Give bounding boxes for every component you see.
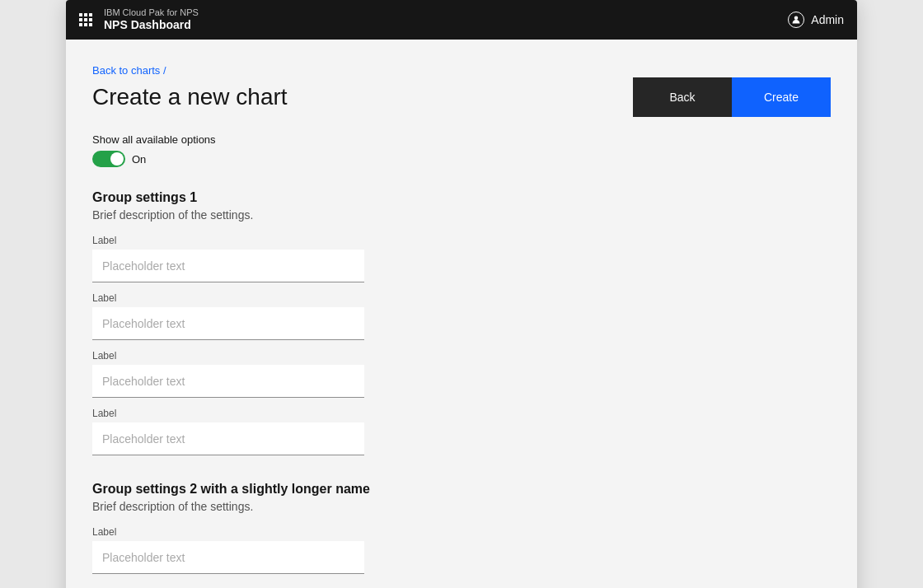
section-title-group1: Group settings 1 [92, 190, 831, 205]
section-description-group1: Brief description of the settings. [92, 208, 831, 222]
toggle-container: On [92, 151, 831, 167]
field-label-1: Label [92, 235, 831, 246]
field-label-4: Label [92, 408, 831, 419]
form-section-group1: Group settings 1 Brief description of th… [92, 190, 831, 455]
header-buttons: Back Create [633, 77, 831, 117]
main-content: Back to charts / Create a new chart Back… [66, 40, 857, 588]
user-label: Admin [811, 13, 844, 26]
app-subtitle: IBM Cloud Pak for NPS [104, 7, 199, 18]
grid-icon [79, 13, 92, 26]
svg-point-0 [794, 16, 799, 21]
app-title: NPS Dashboard [104, 18, 199, 32]
section-description-group2: Brief description of the settings. [92, 500, 831, 513]
breadcrumb[interactable]: Back to charts / [92, 64, 166, 77]
toggle-switch[interactable] [92, 151, 125, 167]
app-brand: IBM Cloud Pak for NPS NPS Dashboard [104, 7, 199, 32]
page-title: Create a new chart [92, 84, 288, 110]
toggle-row: Show all available options On [92, 133, 831, 167]
form-field-2: Label [92, 292, 831, 340]
toggle-on-label: On [132, 153, 146, 166]
back-button[interactable]: Back [633, 77, 732, 117]
field-label-3: Label [92, 350, 831, 362]
user-menu[interactable]: Admin [788, 12, 844, 28]
section-title-group2: Group settings 2 with a slightly longer … [92, 482, 831, 497]
form-section-group2: Group settings 2 with a slightly longer … [92, 482, 831, 574]
user-avatar-icon [788, 12, 804, 28]
field-label-2: Label [92, 292, 831, 304]
field-input-5[interactable] [92, 541, 364, 574]
form-field-4: Label [92, 408, 831, 455]
form-field-5: Label [92, 526, 831, 574]
page-header-row: Create a new chart Back Create [92, 77, 831, 117]
toggle-description: Show all available options [92, 133, 831, 146]
form-field-1: Label [92, 235, 831, 282]
create-button[interactable]: Create [732, 77, 831, 117]
field-input-2[interactable] [92, 307, 364, 340]
field-label-5: Label [92, 526, 831, 538]
field-input-3[interactable] [92, 365, 364, 398]
field-input-1[interactable] [92, 250, 364, 282]
form-field-3: Label [92, 350, 831, 398]
field-input-4[interactable] [92, 422, 364, 455]
app-window: IBM Cloud Pak for NPS NPS Dashboard Admi… [66, 0, 857, 588]
navbar: IBM Cloud Pak for NPS NPS Dashboard Admi… [66, 0, 857, 40]
